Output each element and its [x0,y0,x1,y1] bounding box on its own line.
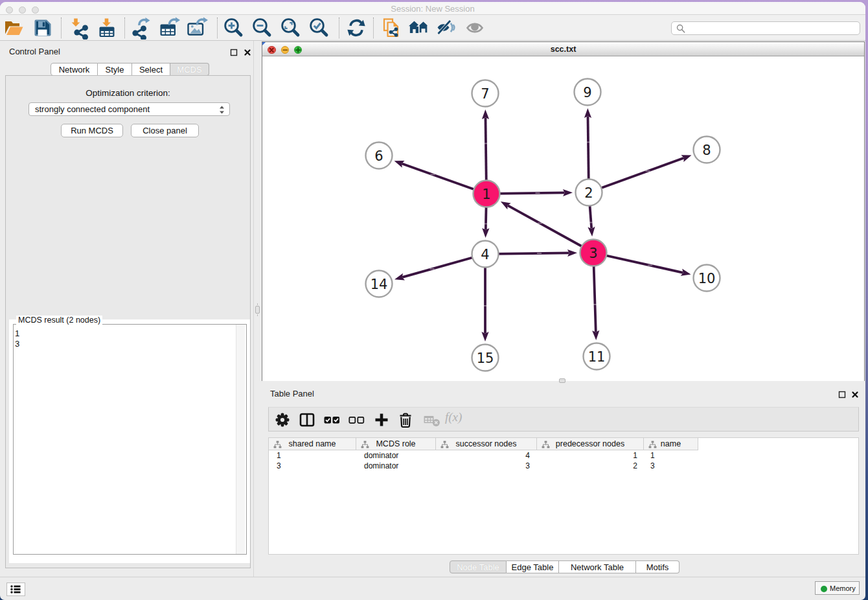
memory-button[interactable]: Memory [815,581,860,595]
node-label: 6 [374,148,383,164]
node-8[interactable]: 8 [694,137,720,163]
save-session-button[interactable] [31,16,54,40]
column-header-MCDS-role[interactable]: MCDS role [356,438,436,450]
edge-1-6[interactable] [394,161,486,194]
tab-edge-table[interactable]: Edge Table [507,560,559,573]
node-14[interactable]: 14 [366,271,393,297]
vertical-splitter-grip[interactable] [255,306,260,314]
cell-predecessor-nodes: 2 [537,461,644,471]
save-session-icon [31,16,54,40]
refresh-button[interactable] [345,16,368,40]
import-table-button[interactable] [95,16,119,40]
deselect-all-icon [347,410,366,430]
node-6[interactable]: 6 [366,143,393,169]
column-type-icon [440,441,449,448]
table-panel-float-button[interactable] [838,389,846,397]
hide-selected-button[interactable] [435,16,459,40]
control-panel-right-border [253,41,254,577]
cell-MCDS-role: dominator [356,461,436,471]
node-label: 9 [583,85,591,100]
delete-row-button[interactable] [396,410,415,430]
control-panel-float-button[interactable] [230,47,238,55]
close-panel-button[interactable]: Close panel [131,124,199,137]
delete-table-button[interactable] [422,410,441,430]
edge-label-mark [648,265,652,266]
cell-shared-name: 3 [269,461,356,471]
export-network-button[interactable] [130,16,153,40]
node-label: 2 [584,185,593,201]
column-settings-icon [273,410,292,430]
node-15[interactable]: 15 [472,345,499,371]
chevron-up-down-icon [218,105,225,115]
zoom-fit-icon [279,16,303,40]
node-2[interactable]: 2 [576,179,602,206]
tab-select[interactable]: Select [132,63,170,76]
network-canvas[interactable]: 1234678910111415 [262,57,864,381]
table-panel-close-button[interactable] [851,389,859,397]
edge-3-1[interactable] [501,202,593,253]
mcds-result-groupbox [13,324,247,555]
main-toolbar [0,15,865,41]
open-file-button[interactable] [3,16,26,40]
zoom-selected-button[interactable] [308,16,331,40]
show-all-button[interactable] [464,16,488,40]
search-input[interactable] [687,23,856,34]
zoom-fit-button[interactable] [279,16,303,40]
deselect-all-button[interactable] [347,410,366,430]
control-panel-title: Control Panel [9,47,60,56]
add-row-button[interactable] [372,410,391,430]
node-1[interactable]: 1 [474,181,500,207]
column-label: name [661,439,681,448]
column-header-predecessor-nodes[interactable]: predecessor nodes [537,438,644,450]
task-history-button[interactable] [6,583,25,596]
horizontal-splitter-grip[interactable] [559,378,565,383]
column-type-icon [648,441,657,448]
import-network-icon [69,16,92,40]
search-box[interactable] [671,21,860,35]
criterion-select[interactable]: strongly connected component [29,102,230,116]
table-panel-title: Table Panel [270,389,314,398]
node-11[interactable]: 11 [584,343,610,370]
edge-3-10[interactable] [593,253,691,276]
function-builder-button[interactable]: f(x) [445,410,462,424]
zoom-out-button[interactable] [251,16,274,40]
control-panel-close-button[interactable] [244,47,251,55]
mcds-result-scrollbar[interactable] [236,325,245,554]
node-label: 4 [481,247,489,262]
select-all-button[interactable] [322,410,341,430]
edge-4-14[interactable] [394,254,485,281]
column-type-icon [361,441,369,448]
export-image-button[interactable] [185,16,209,40]
tab-mcds[interactable]: MCDS [170,63,209,76]
node-3[interactable]: 3 [580,240,607,266]
tab-network[interactable]: Network [51,63,98,76]
node-9[interactable]: 9 [575,79,601,106]
apply-layout-button[interactable] [407,16,431,40]
export-image-icon [185,16,209,40]
zoom-in-button[interactable] [222,16,246,40]
column-settings-button[interactable] [273,410,292,430]
node-4[interactable]: 4 [472,241,499,268]
column-header-successor-nodes[interactable]: successor nodes [436,438,537,450]
new-network-from-selection-button[interactable] [380,16,403,40]
table-row[interactable]: 1dominator411 [269,450,858,461]
column-header-name[interactable]: name [644,438,698,450]
tab-network-table[interactable]: Network Table [559,560,636,573]
column-header-shared-name[interactable]: shared name [269,438,356,450]
list-icon [7,583,25,595]
split-view-button[interactable] [297,410,317,430]
table-row[interactable]: 3dominator323 [269,461,858,471]
tab-motifs[interactable]: Motifs [636,560,680,573]
tab-style[interactable]: Style [98,63,132,76]
search-icon [676,24,685,34]
edge-2-8[interactable] [589,155,691,192]
node-label: 3 [589,246,597,261]
tab-node-table[interactable]: Node Table [450,560,507,573]
node-7[interactable]: 7 [472,80,499,107]
network-window-title: scc.txt [262,42,864,56]
run-mcds-button[interactable]: Run MCDS [61,124,123,137]
export-table-button[interactable] [157,16,181,40]
node-10[interactable]: 10 [694,265,720,292]
import-network-button[interactable] [69,16,92,40]
node-label: 15 [477,351,494,366]
